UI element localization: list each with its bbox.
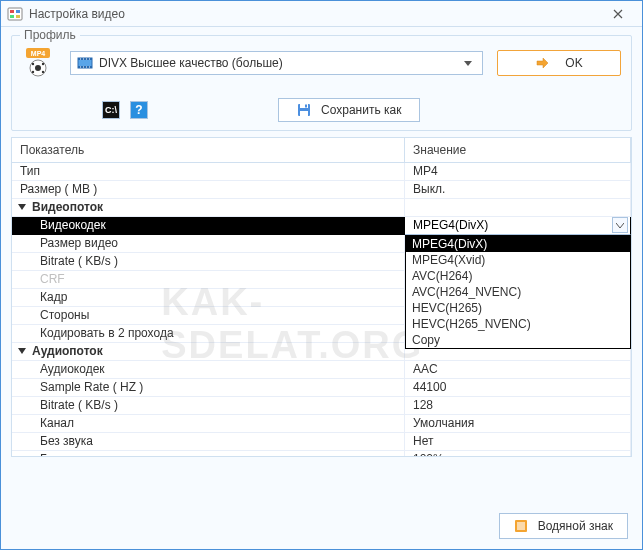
svg-rect-16 bbox=[80, 59, 81, 60]
mp4-icon: MP4 bbox=[22, 46, 56, 80]
table-row[interactable]: ВидеокодекMPEG4(DivX) bbox=[12, 217, 631, 235]
ok-button-label: OK bbox=[565, 56, 582, 70]
dropdown-option[interactable]: HEVC(H265) bbox=[406, 300, 630, 316]
value-cell: 128 bbox=[405, 397, 631, 415]
value-cell: 44100 bbox=[405, 379, 631, 397]
settings-table: Показатель Значение ТипMP4Размер ( MB )В… bbox=[11, 137, 632, 457]
dropdown-option[interactable]: AVC(H264) bbox=[406, 268, 630, 284]
param-cell: Канал bbox=[12, 415, 405, 433]
header-param[interactable]: Показатель bbox=[12, 138, 405, 163]
param-cell: Тип bbox=[12, 163, 405, 181]
dropdown-option[interactable]: AVC(H264_NVENC) bbox=[406, 284, 630, 300]
value-cell bbox=[405, 199, 631, 217]
svg-point-9 bbox=[32, 63, 34, 65]
svg-rect-0 bbox=[8, 8, 22, 20]
svg-rect-17 bbox=[83, 59, 84, 60]
profile-row-2: C:\ ? Сохранить как bbox=[22, 98, 621, 122]
param-cell: Размер ( MB ) bbox=[12, 181, 405, 199]
chevron-down-icon bbox=[460, 52, 476, 74]
table-body: ТипMP4Размер ( MB )Выкл.ВидеопотокВидеок… bbox=[12, 163, 631, 456]
table-row[interactable]: Sample Rate ( HZ )44100 bbox=[12, 379, 631, 397]
profile-select-text: DIVX Высшее качество (больше) bbox=[99, 56, 460, 70]
watermark-button[interactable]: Водяной знак bbox=[499, 513, 628, 539]
table-row[interactable]: Bitrate ( KB/s )128 bbox=[12, 397, 631, 415]
svg-rect-19 bbox=[89, 59, 90, 60]
app-icon bbox=[7, 6, 23, 22]
close-button[interactable] bbox=[600, 4, 636, 24]
param-cell: Видеопоток bbox=[12, 199, 405, 217]
svg-rect-18 bbox=[86, 59, 87, 60]
svg-rect-29 bbox=[517, 522, 525, 530]
svg-point-10 bbox=[42, 63, 44, 65]
watermark-icon bbox=[514, 519, 528, 533]
param-cell: Bitrate ( KB/s ) bbox=[12, 397, 405, 415]
table-row[interactable]: Размер ( MB )Выкл. bbox=[12, 181, 631, 199]
value-cell: AAC bbox=[405, 361, 631, 379]
value-cell[interactable]: MPEG4(DivX) bbox=[405, 217, 631, 235]
param-cell: Стороны bbox=[12, 307, 405, 325]
svg-rect-4 bbox=[16, 15, 20, 18]
value-cell: Нет bbox=[405, 433, 631, 451]
value-cell: 100% bbox=[405, 451, 631, 456]
dropdown-option[interactable]: HEVC(H265_NVENC) bbox=[406, 316, 630, 332]
save-as-button[interactable]: Сохранить как bbox=[278, 98, 420, 122]
help-icon-button[interactable]: ? bbox=[130, 101, 148, 119]
value-cell: Умолчания bbox=[405, 415, 631, 433]
svg-rect-26 bbox=[305, 105, 307, 108]
table-row[interactable]: Без звукаНет bbox=[12, 433, 631, 451]
svg-text:MP4: MP4 bbox=[31, 50, 46, 57]
param-cell: Видеокодек bbox=[12, 217, 405, 235]
table-row[interactable]: ТипMP4 bbox=[12, 163, 631, 181]
ok-button[interactable]: OK bbox=[497, 50, 621, 76]
dropdown-option[interactable]: MPEG4(DivX) bbox=[406, 236, 630, 252]
value-cell: MP4 bbox=[405, 163, 631, 181]
param-cell: Bitrate ( KB/s ) bbox=[12, 253, 405, 271]
watermark-button-label: Водяной знак bbox=[538, 519, 613, 533]
svg-rect-23 bbox=[89, 67, 90, 68]
profile-fieldset: Профиль MP4 DIVX Высшее качество (больше… bbox=[11, 35, 632, 131]
window-title: Настройка видео bbox=[29, 7, 600, 21]
param-cell: Громкость bbox=[12, 451, 405, 456]
titlebar: Настройка видео bbox=[1, 1, 642, 27]
value-cell: Выкл. bbox=[405, 181, 631, 199]
cmd-icon-button[interactable]: C:\ bbox=[102, 101, 120, 119]
svg-rect-21 bbox=[83, 67, 84, 68]
svg-rect-1 bbox=[10, 10, 14, 13]
profile-select[interactable]: DIVX Высшее качество (больше) bbox=[70, 51, 483, 75]
dropdown-arrow[interactable] bbox=[612, 217, 628, 233]
profile-legend: Профиль bbox=[20, 28, 80, 42]
filmstrip-icon bbox=[77, 55, 93, 71]
svg-point-11 bbox=[32, 71, 34, 73]
table-row[interactable]: КаналУмолчания bbox=[12, 415, 631, 433]
svg-rect-20 bbox=[80, 67, 81, 68]
floppy-icon bbox=[297, 103, 311, 117]
table-header: Показатель Значение bbox=[12, 138, 631, 163]
table-row[interactable]: АудиокодекAAC bbox=[12, 361, 631, 379]
save-as-label: Сохранить как bbox=[321, 103, 401, 117]
profile-row: MP4 DIVX Высшее качество (больше) OK bbox=[22, 46, 621, 80]
dropdown-option[interactable]: Copy bbox=[406, 332, 630, 348]
param-cell: Кодировать в 2 прохода bbox=[12, 325, 405, 343]
svg-point-12 bbox=[42, 71, 44, 73]
param-cell: Аудиокодек bbox=[12, 361, 405, 379]
arrow-right-icon bbox=[535, 56, 549, 70]
header-value[interactable]: Значение bbox=[405, 138, 631, 163]
param-cell: Sample Rate ( HZ ) bbox=[12, 379, 405, 397]
svg-rect-22 bbox=[86, 67, 87, 68]
svg-rect-27 bbox=[300, 111, 308, 116]
param-cell: CRF bbox=[12, 271, 405, 289]
table-row[interactable]: Видеопоток bbox=[12, 199, 631, 217]
svg-rect-2 bbox=[16, 10, 20, 13]
param-cell: Кадр bbox=[12, 289, 405, 307]
codec-dropdown[interactable]: MPEG4(DivX)MPEG4(Xvid)AVC(H264)AVC(H264_… bbox=[405, 235, 631, 349]
table-row[interactable]: Громкость100% bbox=[12, 451, 631, 456]
svg-point-8 bbox=[35, 65, 41, 71]
dropdown-option[interactable]: MPEG4(Xvid) bbox=[406, 252, 630, 268]
param-cell: Размер видео bbox=[12, 235, 405, 253]
param-cell: Без звука bbox=[12, 433, 405, 451]
svg-rect-3 bbox=[10, 15, 14, 18]
param-cell: Аудиопоток bbox=[12, 343, 405, 361]
